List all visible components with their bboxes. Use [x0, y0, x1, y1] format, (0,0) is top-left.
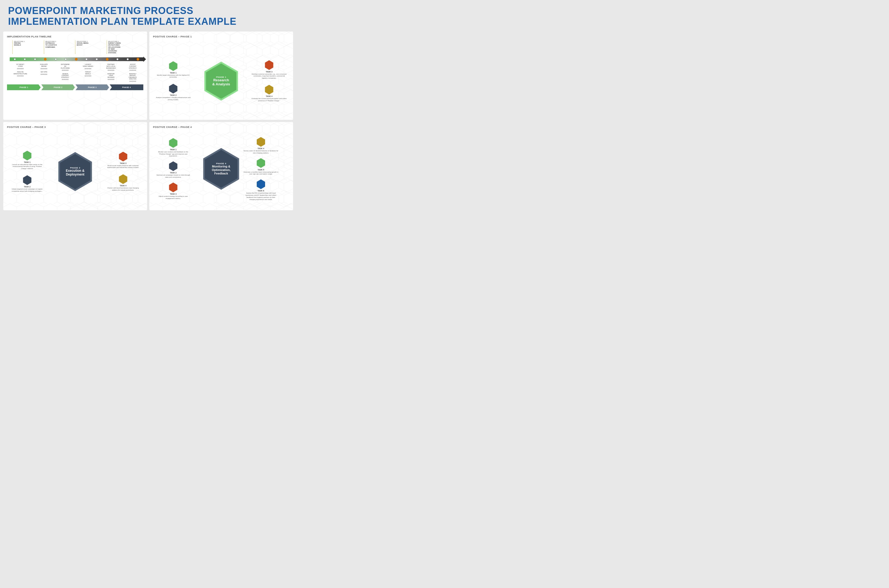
phase3-left-tasks: TASK 1 Launch an educational video serie… — [10, 151, 45, 192]
phase4-right-tasks: TASK 4 Survey users on desired features … — [244, 137, 287, 201]
phase4-task6-hex — [256, 179, 266, 189]
milestone-3: MILESTONE 3 SOCIAL MEDIABOOST — [75, 40, 107, 54]
phase4-task1-desc: Monitor user reviews and feedback on the… — [156, 151, 191, 157]
phase4-task4-desc: Survey users on desired features or loca… — [244, 150, 278, 154]
task3-desc: Develop customer personas, e.g., eco-con… — [251, 73, 287, 80]
phase1-task1: TASK 1 Identify target cities/areas with… — [156, 62, 191, 79]
dot-4 — [44, 58, 47, 61]
phase3-task1-label: TASK 1 — [24, 161, 30, 163]
phase4-task2: TASK 2 Optimize ad campaigns based on cl… — [156, 161, 191, 178]
dot-6 — [65, 58, 67, 60]
phase-1-arrow: PHASE 1 — [7, 84, 41, 90]
phase4-task4: TASK 4 Survey users on desired features … — [244, 137, 278, 154]
phase1-right-tasks: TASK 3 Develop customer personas, e.g., … — [251, 60, 287, 102]
phase3-task3-hex — [118, 152, 128, 162]
phase4-task3-label: TASK 3 — [170, 193, 176, 195]
task4-hex — [264, 85, 274, 94]
phase4-task3: TASK 3 Adjust content strategy according… — [156, 183, 191, 200]
phase-2-arrow: PHASE 2 — [41, 84, 75, 90]
title-line1: POWERPOINT MARKETING PROCESS — [8, 5, 288, 16]
phase4-task3-desc: Adjust content strategy according to use… — [156, 195, 191, 200]
phase4-task2-label: TASK 2 — [170, 172, 176, 174]
milestone-1: MILESTONE 1 PRICINGMODELS — [12, 40, 44, 54]
milestone-2: MILESTONE 2 OUTREACHTO LOGISTICSCOMPANIE… — [44, 40, 75, 54]
dot-8 — [86, 58, 87, 60]
task4-label: TASK 4 — [266, 95, 272, 97]
phase4-panel: POSITIVE CHARGE – PHASE 4 TASK 1 Monitor… — [149, 122, 293, 210]
phase4-task4-hex — [256, 137, 266, 147]
task1-hex — [168, 62, 178, 71]
task3-label: TASK 3 — [266, 71, 272, 73]
phase3-task2-label: TASK 2 — [24, 186, 30, 188]
phase3-task3-label: TASK 3 — [120, 162, 126, 164]
timeline-title: IMPLEMENTATION PLAN TIMELINE — [7, 35, 143, 38]
phase1-task4: TASK 4 Evaluate the current brand percep… — [251, 85, 287, 102]
phase3-task4: TASK 4 Partner with local businesses nea… — [105, 174, 141, 191]
phase3-center: PHASE 3 Execution &Deployment — [45, 152, 105, 191]
task3-hex — [264, 60, 274, 70]
main-title: POWERPOINT MARKETING PROCESS IMPLEMENTAT… — [0, 0, 296, 29]
dot-13 — [137, 58, 139, 61]
phase4-task2-desc: Optimize ad campaigns based on click-thr… — [156, 174, 191, 178]
phase3-task2: TASK 2 Initiate targeted email campaigns… — [10, 175, 45, 192]
phase-3-arrow: PHASE 3 — [75, 84, 109, 90]
phase3-task1-hex — [23, 151, 32, 160]
phase1-panel: POSITIVE CHARGE – PHASE 1 TASK 1 Id — [149, 32, 293, 120]
phase3-task1: TASK 1 Launch an educational video serie… — [10, 151, 45, 170]
phase3-task3: TASK 3 Boost social media presence with … — [105, 152, 141, 169]
phase3-task2-desc: Initiate targeted email campaigns to log… — [10, 188, 45, 192]
phase4-task3-hex — [168, 183, 178, 192]
task2-hex — [168, 84, 178, 93]
task1-desc: Identify target cities/areas with the hi… — [156, 74, 191, 79]
phase4-task6: TASK 6 Assess the ROI of partnerships wi… — [244, 179, 278, 201]
phase4-task1-hex — [168, 138, 178, 148]
phase4-task2-hex — [168, 161, 178, 171]
phase4-task1-label: TASK 1 — [170, 148, 176, 150]
phase3-panel: POSITIVE CHARGE – PHASE 3 TASK 1 Launch … — [3, 122, 147, 210]
timeline-track — [7, 57, 143, 62]
phase4-task6-desc: Assess the ROI of partnerships with loca… — [244, 192, 278, 201]
task4-desc: Evaluate the current brand perception an… — [251, 98, 287, 102]
task2-desc: Analyze competitors' charging infrastruc… — [156, 97, 191, 101]
dot-5 — [55, 58, 57, 60]
dot-12 — [126, 58, 129, 60]
dot-3 — [34, 58, 36, 60]
task2-label: TASK 2 — [170, 94, 176, 96]
milestone-4: MILESTONE 4 SURVEY USERSON FEATURESOR LO… — [107, 40, 138, 54]
phase-4-arrow: PHASE 4 — [110, 84, 143, 90]
task1-label: TASK 1 — [170, 72, 176, 74]
phase4-task4-label: TASK 4 — [257, 147, 264, 149]
milestones-row: MILESTONE 1 PRICINGMODELS MILESTONE 2 OU… — [7, 40, 143, 55]
dot-10 — [106, 58, 108, 61]
title-line2: IMPLEMENTATION PLAN TEMPLATE EXAMPLE — [8, 16, 288, 27]
timeline-panel: IMPLEMENTATION PLAN TIMELINE MILESTONE 1… — [3, 32, 147, 120]
phase3-right-tasks: TASK 3 Boost social media presence with … — [105, 152, 141, 191]
phase4-task5: TASK 5 Generate a monthly report showcas… — [244, 158, 278, 176]
dot-2 — [24, 58, 26, 60]
phase1-left-tasks: TASK 1 Identify target cities/areas with… — [156, 62, 191, 101]
phase3-task3-desc: Boost social media presence with custome… — [105, 165, 141, 169]
phase3-task1-desc: Launch an educational video series on th… — [10, 164, 45, 170]
phase3-task4-desc: Partner with local businesses near charg… — [105, 187, 141, 191]
phase4-left-tasks: TASK 1 Monitor user reviews and feedback… — [156, 138, 199, 200]
phase4-task5-desc: Generate a monthly report showcasing gro… — [244, 171, 278, 176]
phase3-task4-hex — [118, 174, 128, 184]
phase4-task6-label: TASK 6 — [257, 190, 264, 192]
phase3-task4-label: TASK 4 — [120, 185, 126, 187]
phase1-hex-inner: PHASE 1 Research& Analysis — [204, 63, 239, 99]
dot-11 — [116, 58, 119, 60]
phase1-center: PHASE 1 Research& Analysis — [191, 62, 251, 101]
phase4-task1: TASK 1 Monitor user reviews and feedback… — [156, 138, 191, 157]
phase4-task5-hex — [256, 158, 266, 168]
phases-row: PHASE 1 PHASE 2 PHASE 3 PHASE 4 — [7, 84, 143, 90]
dot-1 — [14, 58, 16, 60]
phase4-task5-label: TASK 5 — [257, 169, 264, 171]
phase1-task2: TASK 2 Analyze competitors' charging inf… — [156, 84, 191, 101]
phase4-center: PHASE 4 Monitoring &Optimization,Feedbac… — [200, 148, 242, 190]
below-tasks: ID TARGETCITIES 00/00/0000 ANALYZEINFRAS… — [7, 63, 143, 82]
phase3-task2-hex — [23, 175, 32, 185]
dot-7 — [75, 58, 78, 61]
dot-9 — [96, 58, 98, 60]
phase1-task3: TASK 3 Develop customer personas, e.g., … — [251, 60, 287, 80]
